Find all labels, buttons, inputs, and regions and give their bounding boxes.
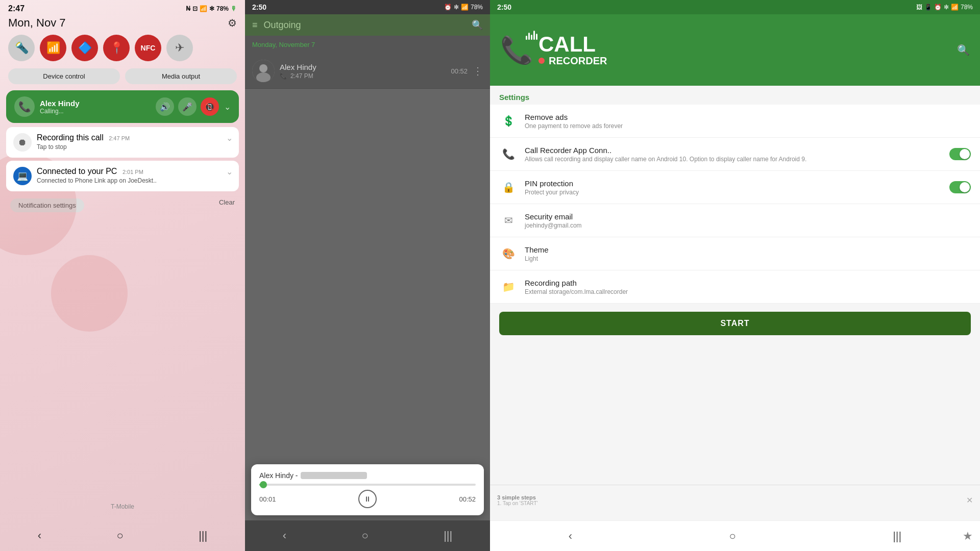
call-notification-card[interactable]: 📞 Alex Hindy Calling... 🔊 🎤 📵 ⌄	[6, 90, 239, 123]
more-options-icon[interactable]: ⋮	[473, 65, 483, 77]
app-logo-icon: 📞	[500, 35, 533, 66]
pc-notification-card[interactable]: 💻 Connected to your PC 2:01 PM Connected…	[6, 161, 239, 191]
mic-icon: 🎙	[231, 5, 237, 12]
app-logo-group: 📞 CALL RECORDER	[500, 34, 607, 67]
call-recorder-conn-icon: 📞	[499, 145, 518, 163]
p2-title: Outgoing	[264, 20, 465, 31]
recording-notif-chevron-icon[interactable]: ⌄	[226, 133, 233, 143]
pc-notif-chevron-icon[interactable]: ⌄	[226, 167, 233, 177]
outgoing-call-icon: 📞	[280, 72, 287, 80]
p3-sim-icon: 📱	[924, 4, 932, 11]
end-call-button[interactable]: 📵	[201, 97, 219, 116]
remove-ads-text: Remove ads One payment to remove ads for…	[525, 113, 971, 130]
p3-back-button[interactable]: ‹	[569, 530, 572, 543]
remove-ads-setting[interactable]: 💲 Remove ads One payment to remove ads f…	[490, 105, 980, 138]
player-caller-name: Alex Hindy -	[259, 471, 298, 480]
p2-back-button[interactable]: ‹	[283, 529, 286, 542]
settings-gear-icon[interactable]: ⚙	[228, 17, 237, 29]
back-button[interactable]: ‹	[38, 529, 41, 542]
date-label: Mon, Nov 7	[8, 16, 66, 30]
pin-protection-setting[interactable]: 🔒 PIN protection Protect your privacy	[490, 171, 980, 204]
navigation-bar: ‹ ○ |||	[0, 520, 245, 551]
security-email-desc: joehindy@gmail.com	[525, 222, 971, 229]
theme-icon: 🎨	[499, 244, 518, 263]
p3-recents-button[interactable]: |||	[893, 530, 901, 543]
call-time-row: 📞 2:47 PM	[280, 72, 446, 80]
call-text: Alex Hindy Calling...	[40, 99, 151, 115]
ad-text: 3 simple steps 1. Tap on 'START'	[497, 494, 966, 506]
app-header-banner: 📞 CALL RECORDER 🔍	[490, 14, 980, 86]
call-name: Alex Hindy	[40, 99, 151, 108]
panel-call-recorder-list: 2:50 ⏰ ✻ 📶 78% ≡ Outgoing 🔍 Monday, Nove…	[245, 0, 490, 551]
hamburger-menu-icon[interactable]: ≡	[252, 20, 258, 31]
ad-line1: 1. Tap on 'START'	[497, 500, 966, 506]
remove-ads-title: Remove ads	[525, 113, 971, 121]
wifi-toggle[interactable]: 📶	[40, 35, 66, 61]
p2-date-header: Monday, November 7	[245, 36, 490, 54]
progress-fill	[259, 484, 263, 486]
call-time: 2:47 PM	[290, 72, 313, 80]
p2-navigation-bar: ‹ ○ |||	[245, 520, 490, 551]
p2-home-button[interactable]: ○	[361, 529, 368, 542]
recording-notification-card[interactable]: ⏺ Recording this call 2:47 PM Tap to sto…	[6, 127, 239, 158]
call-chevron-icon[interactable]: ⌄	[224, 102, 231, 112]
device-control-button[interactable]: Device control	[8, 68, 120, 84]
remove-ads-icon: 💲	[499, 112, 518, 130]
p2-bluetooth-icon: ✻	[454, 4, 459, 11]
torch-toggle[interactable]: 🔦	[8, 35, 35, 61]
bluetooth-toggle[interactable]: 🔷	[71, 35, 98, 61]
security-email-setting[interactable]: ✉ Security email joehindy@gmail.com	[490, 204, 980, 237]
progress-bar[interactable]	[259, 484, 476, 486]
recents-button[interactable]: |||	[199, 529, 207, 542]
ad-close-icon[interactable]: ✕	[966, 495, 973, 505]
home-button[interactable]: ○	[116, 529, 123, 542]
call-recorder-conn-toggle[interactable]	[949, 148, 971, 160]
speaker-button[interactable]: 🔊	[156, 97, 174, 116]
recording-path-setting[interactable]: 📁 Recording path External storage/com.lm…	[490, 270, 980, 304]
p2-clock-icon: ⏰	[444, 4, 452, 11]
media-output-button[interactable]: Media output	[125, 68, 237, 84]
call-list-item[interactable]: Alex Hindy 📞 2:47 PM 00:52 ⋮	[245, 54, 490, 89]
pin-protection-toggle[interactable]	[949, 181, 971, 193]
p2-wifi-icon: 📶	[461, 4, 469, 11]
carrier-label: T-Mobile	[0, 503, 245, 510]
app-name-label: CALL	[538, 34, 607, 55]
p2-recents-button[interactable]: |||	[444, 529, 452, 542]
recording-dot	[538, 58, 545, 64]
clear-button[interactable]: Clear	[219, 198, 235, 212]
call-recorder-conn-setting[interactable]: 📞 Call Recorder App Conn.. Allows call r…	[490, 138, 980, 171]
theme-setting[interactable]: 🎨 Theme Light	[490, 237, 980, 270]
svg-point-1	[259, 64, 267, 72]
favorite-star-icon[interactable]: ★	[963, 530, 973, 543]
player-time-row: 00:01 ⏸ 00:52	[259, 490, 476, 508]
status-bar: 2:47 N̶ ⊡ 📶 ✻ 78% 🎙	[0, 0, 245, 15]
panel-notification-shade: 2:47 N̶ ⊡ 📶 ✻ 78% 🎙 Mon, Nov 7 ⚙ 🔦 📶 🔷 📍…	[0, 0, 245, 551]
recording-path-text: Recording path External storage/com.lma.…	[525, 279, 971, 295]
p2-search-icon[interactable]: 🔍	[472, 19, 483, 31]
call-recorder-conn-title: Call Recorder App Conn..	[525, 146, 942, 155]
p3-home-button[interactable]: ○	[729, 530, 736, 543]
pin-protection-text: PIN protection Protect your privacy	[525, 179, 942, 196]
mute-button[interactable]: 🎤	[178, 97, 197, 116]
p3-alarm-icon: ⏰	[934, 4, 942, 11]
nfc-toggle[interactable]: NFC	[135, 35, 161, 61]
panel-call-recorder-settings: 2:50 🖼 📱 ⏰ ✻ 📶 78% 📞	[490, 0, 980, 551]
pause-button[interactable]: ⏸	[358, 490, 377, 508]
p3-wifi-icon: 📶	[951, 4, 959, 11]
p2-status-bar: 2:50 ⏰ ✻ 📶 78%	[245, 0, 490, 14]
p3-search-icon[interactable]: 🔍	[957, 44, 970, 56]
player-current-time: 00:01	[259, 495, 276, 503]
airplane-toggle[interactable]: ✈	[166, 35, 193, 61]
notification-settings-button[interactable]: Notification settings	[10, 198, 84, 212]
date-row: Mon, Nov 7 ⚙	[0, 15, 245, 35]
wifi-icon: 📶	[200, 5, 207, 12]
recording-title-label: Recording this call	[37, 133, 104, 142]
toggle-thumb	[960, 149, 970, 159]
audio-player-card: Alex Hindy - 00:01 ⏸ 00:52	[251, 464, 484, 515]
theme-text: Theme Light	[525, 245, 971, 262]
recording-notif-title: Recording this call 2:47 PM	[37, 133, 232, 142]
p3-navigation-bar: ‹ ○ ||| ★	[490, 520, 980, 551]
start-button[interactable]: START	[499, 312, 971, 335]
location-toggle[interactable]: 📍	[103, 35, 130, 61]
recording-notif-time: 2:47 PM	[109, 135, 130, 141]
